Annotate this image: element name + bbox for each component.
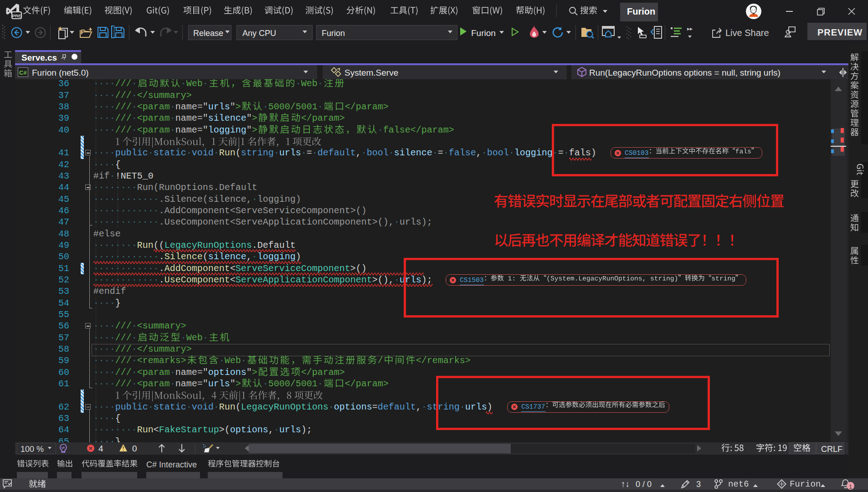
- svg-text:PRE: PRE: [12, 13, 21, 18]
